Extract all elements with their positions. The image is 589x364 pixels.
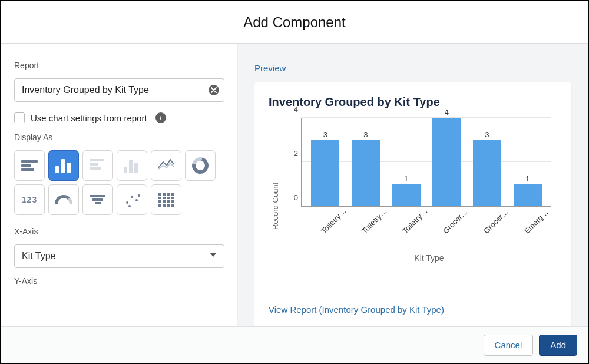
x-tick-labels: Toiletry…Toiletry…Toiletry…Grocer…Grocer… [301,213,551,221]
stacked-vertical-bar-icon[interactable] [117,150,147,181]
table-icon[interactable] [151,184,181,215]
x-tick-label: Toiletry… [360,209,387,236]
modal-body: Report Use chart settings from report i … [1,44,588,326]
use-chart-settings-label: Use chart settings from report [31,113,147,123]
y-tick-label: 2 [282,149,298,158]
display-as-label: Display As [14,133,224,142]
display-as-grid: 123 [14,150,224,215]
use-chart-settings-row: Use chart settings from report i [14,112,224,123]
view-report-link[interactable]: View Report (Inventory Grouped by Kit Ty… [269,305,557,315]
bar: 4 [432,108,461,206]
info-icon[interactable]: i [155,112,166,123]
use-chart-settings-checkbox[interactable] [14,112,25,123]
bar: 3 [310,130,340,207]
bar-value-label: 3 [485,130,489,139]
funnel-chart-icon[interactable] [82,184,113,215]
y-tick-label: 4 [282,105,298,114]
scatter-chart-icon[interactable] [117,184,147,215]
x-tick-label: Grocer… [441,209,468,236]
bar-value-label: 3 [363,130,368,139]
bar: 1 [513,174,542,207]
report-label: Report [14,61,224,70]
preview-title: Inventory Grouped by Kit Type [269,95,557,109]
line-chart-icon[interactable] [151,150,181,181]
bar-value-label: 1 [404,174,408,183]
chart: Record Count 024331431 Toiletry…Toiletry… [269,118,557,294]
x-tick-label: Grocer… [482,209,509,236]
xaxis-title: Kit Type [301,253,557,263]
add-button[interactable]: Add [539,335,577,356]
x-tick-label: Toiletry… [401,209,428,236]
preview-card: Inventory Grouped by Kit Type Record Cou… [254,82,571,326]
gauge-chart-icon[interactable] [48,184,79,215]
settings-panel: Report Use chart settings from report i … [1,44,238,326]
bar: 3 [351,130,380,207]
preview-panel: Preview Inventory Grouped by Kit Type Re… [238,44,588,326]
modal-title: Add Component [1,1,588,44]
bar-value-label: 3 [323,130,327,139]
bar-value-label: 1 [525,174,530,183]
x-tick-label: Emerg… [522,209,550,236]
plot-area: 024331431 [301,118,551,207]
cancel-button[interactable]: Cancel [484,335,534,356]
y-tick-label: 0 [282,193,298,202]
bar: 1 [392,174,421,207]
vertical-bar-chart-icon[interactable] [48,150,79,181]
bar: 3 [472,130,502,207]
add-component-modal: Add Component Report Use chart settings … [0,0,589,364]
clear-icon[interactable] [209,85,219,95]
stacked-horizontal-bar-icon[interactable] [82,150,113,181]
xaxis-select-wrap: Kit Type [14,244,224,268]
x-tick-label: Toiletry… [319,209,346,236]
donut-chart-icon[interactable] [185,150,216,181]
xaxis-section-label: X-Axis [14,227,224,236]
yaxis-label: Record Count [269,118,280,294]
metric-icon[interactable]: 123 [14,184,45,215]
xaxis-select[interactable]: Kit Type [14,244,224,268]
yaxis-section-label: Y-Axis [14,276,224,286]
modal-footer: Cancel Add [1,326,588,363]
bar-value-label: 4 [445,108,449,117]
report-input[interactable] [14,78,224,102]
horizontal-bar-chart-icon[interactable] [14,150,45,181]
chevron-down-icon [209,251,217,262]
report-field-wrap [14,78,224,102]
preview-section-label: Preview [254,63,571,73]
